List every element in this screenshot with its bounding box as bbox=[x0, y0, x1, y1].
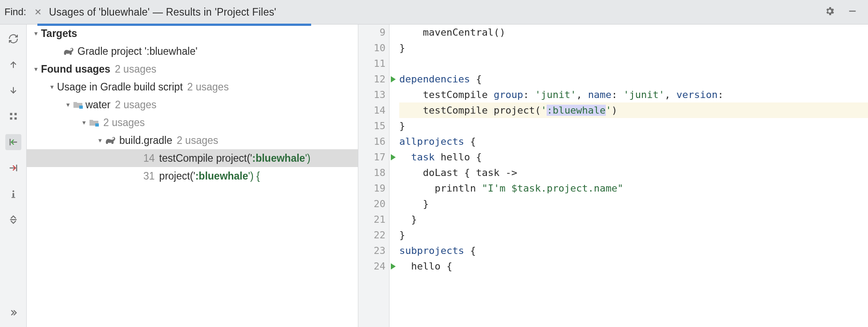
code-line[interactable] bbox=[399, 56, 868, 71]
svg-rect-12 bbox=[12, 193, 14, 197]
code-line[interactable]: testCompile project(':bluewhale') bbox=[399, 102, 868, 118]
code-line[interactable]: } bbox=[399, 212, 868, 227]
code-line[interactable]: task hello { bbox=[399, 149, 868, 165]
svg-rect-5 bbox=[10, 118, 12, 120]
code-preview: 9101112131415161718192021222324 mavenCen… bbox=[358, 25, 868, 327]
export-icon[interactable] bbox=[5, 160, 21, 176]
svg-rect-6 bbox=[14, 118, 16, 120]
folder-node-water[interactable]: ▾ water 2 usages bbox=[27, 96, 358, 114]
code-line[interactable]: subprojects { bbox=[399, 243, 868, 258]
line-number: 12 bbox=[358, 71, 385, 87]
line-number: 21 bbox=[358, 212, 385, 227]
group-by-icon[interactable] bbox=[5, 108, 21, 124]
targets-node[interactable]: ▾ Targets bbox=[27, 25, 358, 42]
svg-rect-4 bbox=[14, 113, 16, 115]
code-line[interactable]: doLast { task -> bbox=[399, 165, 868, 180]
usage-result-2[interactable]: 31 project(':bluewhale') { bbox=[27, 167, 358, 185]
found-usages-node[interactable]: ▾ Found usages 2 usages bbox=[27, 60, 358, 78]
svg-point-11 bbox=[12, 190, 14, 192]
usage-count: 2 usages bbox=[103, 117, 145, 129]
code-line[interactable]: } bbox=[399, 196, 868, 212]
line-number: 11 bbox=[358, 56, 385, 71]
line-number: 17 bbox=[358, 149, 385, 165]
line-number: 10 bbox=[358, 40, 385, 56]
target-project-label: Gradle project ':bluewhale' bbox=[77, 45, 198, 57]
code-line[interactable]: println "I'm $task.project.name" bbox=[399, 180, 868, 196]
target-project-node[interactable]: Gradle project ':bluewhale' bbox=[27, 42, 358, 60]
gradle-icon bbox=[105, 136, 117, 145]
prev-occurrence-icon[interactable] bbox=[5, 57, 21, 73]
active-tab-indicator bbox=[37, 24, 311, 26]
find-header: Find: ✕ Usages of 'bluewhale' — Results … bbox=[0, 0, 868, 25]
usage-result-1[interactable]: 14 testCompile project(':bluewhale') bbox=[27, 149, 358, 167]
rerun-icon[interactable] bbox=[5, 31, 21, 47]
line-number: 19 bbox=[358, 180, 385, 196]
usage-count: 2 usages bbox=[115, 63, 156, 75]
gear-icon[interactable] bbox=[818, 6, 841, 19]
folder-icon bbox=[73, 101, 83, 109]
code-line[interactable]: } bbox=[399, 227, 868, 243]
folder-node-anon[interactable]: ▾ 2 usages bbox=[27, 114, 358, 131]
line-number: 16 bbox=[358, 134, 385, 149]
line-number: 18 bbox=[358, 165, 385, 180]
chevron-down-icon[interactable]: ▾ bbox=[47, 83, 57, 91]
line-number: 13 bbox=[358, 87, 385, 102]
find-label: Find: bbox=[0, 6, 31, 18]
run-gutter-icon[interactable] bbox=[391, 76, 396, 82]
usages-tree: ▾ Targets Gradle project ':bluewhale' ▾ … bbox=[27, 25, 358, 327]
line-number: 15 bbox=[358, 118, 385, 134]
info-icon[interactable] bbox=[5, 186, 21, 202]
group-node[interactable]: ▾ Usage in Gradle build script 2 usages bbox=[27, 78, 358, 96]
folder-icon bbox=[89, 119, 99, 127]
svg-rect-3 bbox=[10, 113, 12, 115]
run-gutter-icon[interactable] bbox=[391, 263, 396, 270]
more-icon[interactable] bbox=[5, 305, 21, 321]
line-number: 31 bbox=[143, 170, 155, 182]
import-icon[interactable] bbox=[5, 134, 21, 150]
close-tab-icon[interactable]: ✕ bbox=[31, 7, 45, 17]
code-line[interactable]: hello { bbox=[399, 258, 868, 274]
code-line[interactable]: testCompile group: 'junit', name: 'junit… bbox=[399, 87, 868, 102]
line-gutter: 9101112131415161718192021222324 bbox=[358, 25, 389, 327]
expand-all-icon[interactable] bbox=[5, 212, 21, 228]
chevron-down-icon[interactable]: ▾ bbox=[95, 136, 105, 144]
line-number: 24 bbox=[358, 258, 385, 274]
svg-rect-16 bbox=[95, 123, 99, 127]
find-toolbar bbox=[0, 25, 27, 327]
find-tab-title[interactable]: Usages of 'bluewhale' — Results in 'Proj… bbox=[45, 6, 280, 18]
run-gutter-icon[interactable] bbox=[391, 154, 396, 160]
minimize-icon[interactable] bbox=[841, 6, 864, 18]
code-line[interactable]: allprojects { bbox=[399, 134, 868, 149]
chevron-down-icon[interactable]: ▾ bbox=[31, 65, 41, 73]
usage-count: 2 usages bbox=[177, 135, 218, 147]
line-number: 9 bbox=[358, 25, 385, 40]
line-number: 14 bbox=[143, 152, 155, 164]
line-number: 23 bbox=[358, 243, 385, 258]
code-line[interactable]: mavenCentral() bbox=[399, 25, 868, 40]
code-line[interactable]: } bbox=[399, 118, 868, 134]
svg-rect-15 bbox=[79, 106, 83, 109]
line-number: 20 bbox=[358, 196, 385, 212]
usage-count: 2 usages bbox=[115, 99, 156, 111]
gradle-icon bbox=[63, 47, 75, 56]
next-occurrence-icon[interactable] bbox=[5, 82, 21, 98]
file-node[interactable]: ▾ build.gradle 2 usages bbox=[27, 131, 358, 149]
chevron-down-icon[interactable]: ▾ bbox=[31, 29, 41, 37]
chevron-down-icon[interactable]: ▾ bbox=[79, 119, 89, 127]
code-area[interactable]: mavenCentral()}dependencies { testCompil… bbox=[399, 25, 868, 327]
line-number: 14 bbox=[358, 102, 385, 118]
code-line[interactable]: dependencies { bbox=[399, 71, 868, 87]
run-gutter bbox=[389, 25, 399, 327]
svg-rect-13 bbox=[11, 197, 15, 198]
code-line[interactable]: } bbox=[399, 40, 868, 56]
line-number: 22 bbox=[358, 227, 385, 243]
usage-count: 2 usages bbox=[187, 81, 229, 93]
chevron-down-icon[interactable]: ▾ bbox=[63, 101, 73, 109]
